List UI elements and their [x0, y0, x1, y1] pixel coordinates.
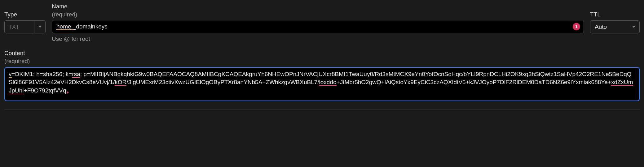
content-field: Content (required) v=DKIM1; h=sha256; k=…	[4, 49, 640, 101]
type-label: Type	[4, 11, 46, 19]
ttl-value: Auto	[595, 24, 607, 30]
content-label: Content (required)	[4, 49, 640, 65]
name-helper-text: Use @ for root	[52, 36, 584, 42]
name-input[interactable]	[52, 20, 584, 33]
type-select-toggle[interactable]	[34, 21, 45, 33]
name-error-count: 1	[575, 24, 578, 29]
ttl-label: TTL	[590, 11, 640, 19]
name-label: Name (required)	[52, 2, 584, 18]
name-error-badge[interactable]: 1	[573, 23, 580, 30]
chevron-down-icon	[632, 26, 636, 28]
name-input-wrap: 1	[52, 20, 584, 33]
ttl-select[interactable]: Auto	[590, 20, 640, 33]
dns-record-form-row: Type TXT Name (required) 1 Use @ for roo…	[4, 2, 640, 42]
type-select[interactable]: TXT	[4, 20, 46, 33]
chevron-down-icon	[38, 26, 42, 28]
type-field: Type TXT	[4, 2, 46, 33]
name-field: Name (required) 1 Use @ for root	[52, 2, 584, 42]
section-divider	[4, 109, 640, 109]
ttl-field: TTL Auto	[590, 2, 640, 33]
caret-indicator	[67, 92, 68, 93]
type-select-value: TXT	[5, 21, 34, 33]
content-textarea[interactable]: v=DKIM1; h=sha256; k=rsa; p=MIIBIjANBgkq…	[4, 67, 640, 101]
